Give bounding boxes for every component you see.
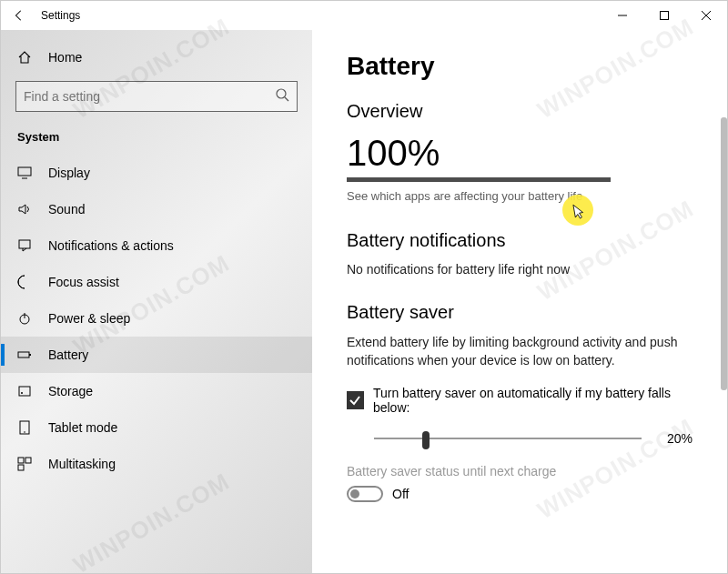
focus-assist-icon — [17, 275, 32, 289]
nav-list: Display Sound Notifications & actions Fo… — [1, 155, 312, 482]
sidebar-item-label: Battery — [48, 347, 88, 362]
scrollbar[interactable] — [721, 117, 727, 566]
svg-rect-6 — [18, 167, 31, 176]
battery-notifications-text: No notifications for battery life right … — [347, 262, 693, 277]
sidebar-item-label: Storage — [48, 384, 93, 398]
slider-track — [374, 438, 642, 439]
sound-icon — [17, 202, 32, 217]
battery-apps-link[interactable]: See which apps are affecting your batter… — [347, 189, 582, 203]
close-icon — [702, 11, 711, 20]
battery-icon — [17, 347, 32, 362]
power-icon — [17, 311, 32, 326]
main-panel: Battery Overview 100% See which apps are… — [312, 30, 727, 573]
minimize-button[interactable] — [602, 1, 643, 30]
sidebar-item-label: Focus assist — [48, 275, 119, 289]
multitasking-icon — [17, 457, 32, 471]
sidebar-item-storage[interactable]: Storage — [1, 373, 312, 409]
battery-saver-auto-checkbox-row[interactable]: Turn battery saver on automatically if m… — [347, 386, 693, 415]
svg-rect-1 — [661, 12, 669, 20]
close-button[interactable] — [685, 1, 727, 30]
maximize-icon — [660, 11, 669, 20]
battery-saver-threshold-value: 20% — [667, 431, 693, 446]
battery-saver-description: Extend battery life by limiting backgrou… — [347, 334, 693, 369]
display-icon — [17, 166, 32, 180]
sidebar-item-label: Sound — [48, 202, 85, 217]
overview-heading: Overview — [347, 101, 693, 122]
svg-rect-19 — [18, 465, 24, 470]
battery-notifications-heading: Battery notifications — [347, 230, 693, 251]
sidebar: Home System Display Sound — [1, 30, 312, 573]
battery-level-bar — [347, 177, 611, 182]
sidebar-item-label: Multitasking — [48, 457, 116, 471]
sidebar-item-display[interactable]: Display — [1, 155, 312, 191]
sidebar-section-label: System — [1, 116, 312, 155]
sidebar-item-battery[interactable]: Battery — [1, 337, 312, 373]
battery-percentage: 100% — [347, 133, 693, 174]
svg-rect-12 — [29, 354, 31, 356]
scrollbar-thumb[interactable] — [721, 117, 727, 390]
svg-rect-18 — [25, 458, 31, 463]
search-input-wrap[interactable] — [15, 81, 298, 112]
maximize-button[interactable] — [643, 1, 685, 30]
sidebar-item-focus-assist[interactable]: Focus assist — [1, 264, 312, 300]
sidebar-item-sound[interactable]: Sound — [1, 191, 312, 227]
svg-point-16 — [24, 431, 25, 433]
checkbox-checked-icon[interactable] — [347, 391, 364, 409]
search-input[interactable] — [24, 89, 275, 104]
svg-rect-17 — [18, 458, 24, 463]
slider-thumb[interactable] — [422, 431, 430, 449]
page-title: Battery — [347, 52, 693, 81]
sidebar-item-tablet-mode[interactable]: Tablet mode — [1, 409, 312, 446]
sidebar-item-label: Tablet mode — [48, 420, 117, 435]
svg-point-4 — [277, 89, 286, 98]
sidebar-item-power-sleep[interactable]: Power & sleep — [1, 300, 312, 337]
battery-saver-checkbox-label: Turn battery saver on automatically if m… — [373, 386, 693, 415]
svg-line-5 — [285, 97, 288, 101]
tablet-icon — [17, 420, 32, 435]
sidebar-item-label: Notifications & actions — [48, 238, 174, 253]
arrow-left-icon — [13, 9, 25, 22]
battery-saver-status-label: Battery saver status until next charge — [347, 464, 693, 478]
sidebar-item-multitasking[interactable]: Multitasking — [1, 446, 312, 482]
svg-rect-13 — [19, 387, 30, 396]
home-nav[interactable]: Home — [1, 41, 312, 74]
search-icon — [275, 87, 289, 106]
svg-rect-8 — [19, 240, 30, 248]
minimize-icon — [618, 11, 627, 20]
storage-icon — [17, 384, 32, 398]
back-button[interactable] — [8, 5, 30, 26]
battery-saver-threshold-slider[interactable] — [374, 428, 642, 449]
window-title: Settings — [41, 9, 80, 22]
battery-saver-toggle[interactable] — [347, 486, 383, 502]
battery-saver-heading: Battery saver — [347, 302, 693, 323]
home-icon — [17, 50, 32, 65]
sidebar-item-notifications[interactable]: Notifications & actions — [1, 227, 312, 264]
sidebar-item-label: Display — [48, 166, 90, 180]
sidebar-item-label: Power & sleep — [48, 311, 130, 326]
svg-rect-11 — [18, 352, 29, 357]
battery-saver-toggle-state: Off — [392, 487, 409, 501]
home-label: Home — [48, 50, 82, 65]
svg-point-14 — [21, 392, 23, 394]
notifications-icon — [17, 238, 32, 253]
title-bar: Settings — [1, 1, 727, 30]
